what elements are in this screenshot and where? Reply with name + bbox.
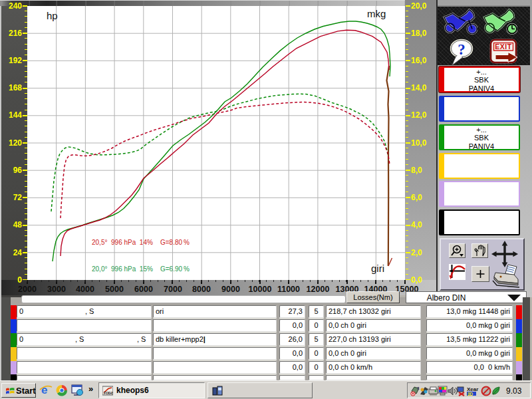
svg-text:EXIT: EXIT xyxy=(495,43,511,51)
svg-text:3D: 3D xyxy=(467,392,473,396)
svg-text:FIXHS: FIXHS xyxy=(104,391,113,395)
svg-text:?: ? xyxy=(458,41,466,58)
svg-text:e: e xyxy=(41,384,47,396)
